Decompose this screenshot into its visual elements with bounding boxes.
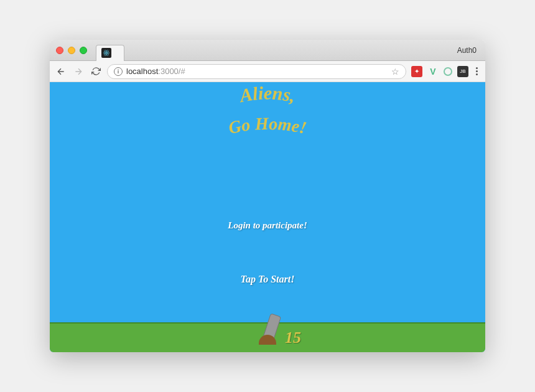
reload-button[interactable]	[90, 65, 102, 78]
url-host: localhost	[126, 67, 158, 76]
title-line1: Aliens,	[237, 86, 298, 106]
url-port: :3000	[158, 67, 179, 76]
browser-window: Auth0 i localhost:3000/# ☆ ✦ V JB	[50, 40, 485, 352]
title-line2: Go Home!	[227, 114, 309, 138]
profile-label[interactable]: Auth0	[457, 46, 479, 55]
tab-bar: Auth0	[50, 40, 485, 61]
jetbrains-extension-icon[interactable]: JB	[457, 66, 468, 77]
url-input[interactable]: i localhost:3000/# ☆	[107, 64, 406, 79]
minimize-window-button[interactable]	[68, 47, 75, 54]
url-path: /#	[179, 67, 185, 76]
game-title: Aliens, Go Home!	[174, 86, 361, 154]
bookmark-star-icon[interactable]: ☆	[391, 67, 399, 77]
react-favicon-icon	[101, 48, 111, 58]
tap-to-start[interactable]: Tap To Start!	[241, 274, 295, 285]
address-bar: i localhost:3000/# ☆ ✦ V JB	[50, 61, 485, 82]
login-message[interactable]: Login to participate!	[228, 220, 307, 231]
traffic-lights	[56, 47, 87, 54]
maximize-window-button[interactable]	[80, 47, 87, 54]
browser-tab[interactable]	[96, 45, 124, 61]
cannon	[262, 314, 273, 341]
extension-icon[interactable]: ✦	[411, 66, 422, 77]
score-display: 15	[285, 329, 301, 347]
vue-extension-icon[interactable]: V	[427, 66, 439, 77]
svg-point-0	[106, 52, 107, 54]
extension-icons: ✦ V JB	[411, 66, 480, 77]
extension-icon[interactable]	[444, 67, 452, 76]
browser-menu-button[interactable]	[473, 67, 480, 75]
site-info-icon[interactable]: i	[114, 67, 123, 76]
forward-button[interactable]	[72, 65, 85, 78]
svg-text:Aliens,: Aliens,	[237, 86, 298, 106]
svg-text:Go Home!: Go Home!	[227, 114, 309, 138]
game-viewport[interactable]: Aliens, Go Home! Login to participate! T…	[50, 82, 485, 352]
back-button[interactable]	[55, 65, 67, 78]
close-window-button[interactable]	[56, 47, 63, 54]
url-text: localhost:3000/#	[126, 67, 388, 76]
